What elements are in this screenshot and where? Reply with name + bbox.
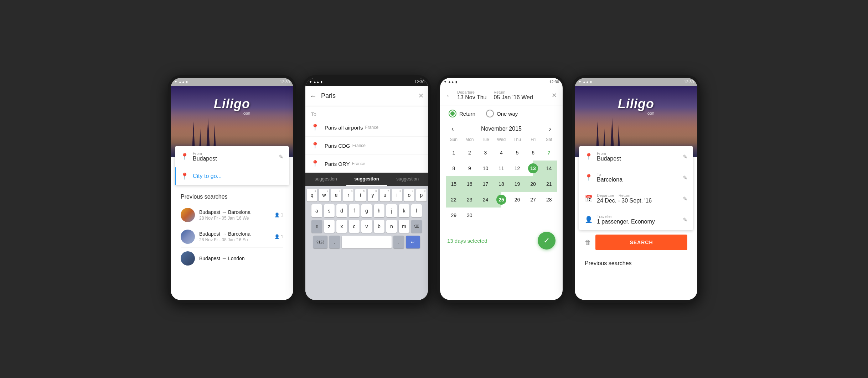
cal-day-9[interactable]: 9 — [462, 161, 478, 176]
key-s[interactable]: s — [324, 204, 335, 217]
clear-button-2[interactable]: ✕ — [418, 92, 424, 100]
key-q[interactable]: 1q — [307, 189, 317, 201]
cal-day-2[interactable]: 2 — [462, 145, 478, 161]
back-button-2[interactable]: ← — [310, 92, 317, 100]
cal-day-5[interactable]: 5 — [509, 145, 525, 161]
key-g[interactable]: g — [361, 204, 372, 217]
oneway-option[interactable]: One way — [486, 110, 518, 117]
cal-day-28[interactable]: 28 — [541, 192, 557, 208]
cal-day-20[interactable]: 20 — [525, 176, 541, 192]
key-d[interactable]: d — [336, 204, 347, 217]
key-backspace[interactable]: ⌫ — [411, 220, 422, 233]
key-k[interactable]: k — [399, 204, 409, 217]
cal-day-30[interactable]: 30 — [462, 208, 478, 223]
key-comma[interactable]: , — [329, 236, 340, 248]
cal-day-15[interactable]: 15 — [446, 176, 462, 192]
cal-day-11[interactable]: 11 — [494, 161, 510, 176]
key-enter[interactable]: ↵ — [406, 236, 420, 248]
cal-day-13[interactable]: 13 — [525, 161, 541, 176]
cal-day-27[interactable]: 27 — [525, 192, 541, 208]
cal-back-btn[interactable]: ← — [446, 91, 453, 100]
key-h[interactable]: h — [374, 204, 384, 217]
tab-suggestion-2[interactable]: suggestion — [387, 173, 428, 186]
search-button-4[interactable]: SEARCH — [595, 235, 687, 250]
key-a[interactable]: a — [311, 204, 322, 217]
cal-day-22[interactable]: 22 — [446, 192, 462, 208]
suggestion-item-0[interactable]: 📍 Paris all airports France — [305, 119, 428, 137]
traveller-row-4[interactable]: 👤 Traveller 1 passenger, Economy ✎ — [579, 209, 693, 230]
suggestion-item-2[interactable]: 📍 Paris ORY France — [305, 155, 428, 173]
dates-row-4[interactable]: 📅 Departure Return 24 Dec. - 30 Sept. '1… — [579, 188, 693, 209]
key-b[interactable]: b — [374, 220, 384, 233]
edit-to-4[interactable]: ✎ — [683, 174, 687, 181]
prev-month-btn[interactable]: ‹ — [446, 125, 460, 133]
cal-day-26[interactable]: 26 — [509, 192, 525, 208]
key-v[interactable]: v — [361, 220, 372, 233]
cal-day-29[interactable]: 29 — [446, 208, 462, 223]
key-t[interactable]: 5t — [355, 189, 366, 201]
next-month-btn[interactable]: › — [543, 125, 557, 133]
tab-suggestion-0[interactable]: suggestion — [305, 173, 346, 186]
search-item-2[interactable]: Budapest → Barcelona 28 Nov Fr - 08 Jan … — [181, 226, 283, 248]
suggestion-item-1[interactable]: 📍 Paris CDG France — [305, 137, 428, 155]
delete-button-4[interactable]: 🗑 — [585, 239, 591, 246]
cal-day-18[interactable]: 18 — [494, 176, 510, 192]
key-c[interactable]: c — [349, 220, 360, 233]
key-i[interactable]: 8i — [392, 189, 402, 201]
cal-day-24[interactable]: 24 — [477, 192, 494, 208]
cal-day-16[interactable]: 16 — [462, 176, 478, 192]
key-space[interactable] — [342, 236, 392, 248]
cal-day-8[interactable]: 8 — [446, 161, 462, 176]
key-z[interactable]: z — [324, 220, 335, 233]
cal-day-17[interactable]: 17 — [477, 176, 494, 192]
cal-day-25[interactable]: 25 — [494, 192, 510, 208]
key-l[interactable]: l — [411, 204, 422, 217]
edit-from-4[interactable]: ✎ — [683, 153, 687, 160]
tab-suggestion-1[interactable]: suggestion — [346, 173, 387, 186]
cal-day-12[interactable]: 12 — [509, 161, 525, 176]
to-row-4[interactable]: 📍 To Barcelona ✎ — [579, 167, 693, 188]
cal-day-4[interactable]: 4 — [494, 145, 510, 161]
status-time-4: 12:30 — [684, 80, 694, 84]
cal-day-21[interactable]: 21 — [541, 176, 557, 192]
pax-icon-2: 👤 — [274, 234, 280, 239]
key-num-switch[interactable]: ?123 — [313, 236, 327, 248]
search-input-2[interactable]: Paris — [321, 92, 418, 100]
cal-day-23[interactable]: 23 — [462, 192, 478, 208]
search-item-3[interactable]: Budapest → London — [181, 248, 283, 269]
key-f[interactable]: f — [349, 204, 360, 217]
key-j[interactable]: j — [386, 204, 397, 217]
edit-traveller-4[interactable]: ✎ — [683, 216, 687, 223]
cal-day-6[interactable]: 6 — [525, 145, 541, 161]
confirm-button[interactable]: ✓ — [538, 232, 556, 250]
key-p[interactable]: 0p — [416, 189, 427, 201]
key-x[interactable]: x — [336, 220, 347, 233]
key-y[interactable]: 6y — [368, 189, 378, 201]
key-period[interactable]: . — [393, 236, 404, 248]
from-row-1[interactable]: 📍 From Budapest ✎ — [175, 146, 289, 167]
key-o[interactable]: 9o — [404, 189, 414, 201]
return-radio[interactable] — [449, 110, 456, 117]
key-u[interactable]: 7u — [380, 189, 390, 201]
search-item-1[interactable]: Budapest → Barcelona 28 Nov Fr - 05 Jan … — [181, 204, 283, 226]
cal-day-7[interactable]: 7 — [541, 145, 557, 161]
cal-day-1[interactable]: 1 — [446, 145, 462, 161]
return-option[interactable]: Return — [449, 110, 475, 117]
key-w[interactable]: 2w — [319, 189, 329, 201]
oneway-radio[interactable] — [486, 110, 494, 117]
cal-day-3[interactable]: 3 — [477, 145, 494, 161]
to-row-1[interactable]: 📍 City to go... — [175, 167, 289, 185]
cal-day-19[interactable]: 19 — [509, 176, 525, 192]
key-r[interactable]: 4r — [343, 189, 353, 201]
key-m[interactable]: m — [399, 220, 409, 233]
key-n[interactable]: n — [386, 220, 397, 233]
edit-from-icon-1[interactable]: ✎ — [279, 153, 283, 160]
cal-day-14[interactable]: 14 — [541, 161, 557, 176]
edit-dates-4[interactable]: ✎ — [683, 195, 687, 202]
key-e[interactable]: 3e — [331, 189, 341, 201]
cal-day-10[interactable]: 10 — [477, 161, 494, 176]
search-card-1: 📍 From Budapest ✎ 📍 City to go... — [175, 146, 289, 185]
from-row-4[interactable]: 📍 From Budapest ✎ — [579, 146, 693, 167]
cal-close-btn[interactable]: ✕ — [552, 91, 557, 99]
key-shift[interactable]: ⇧ — [311, 220, 322, 233]
